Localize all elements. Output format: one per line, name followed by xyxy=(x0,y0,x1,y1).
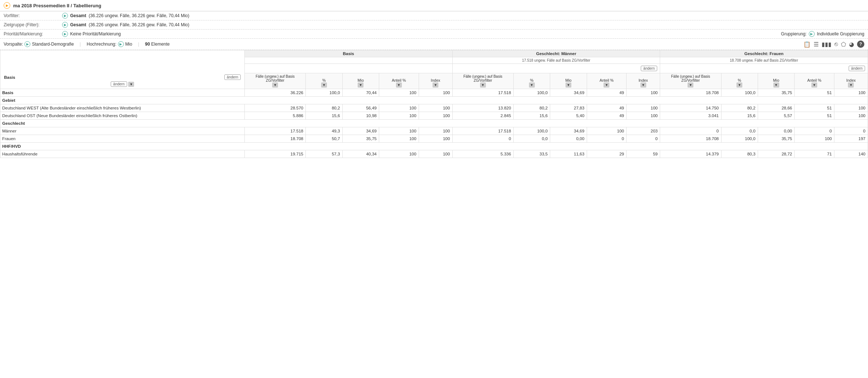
frauen-andern-button[interactable]: ändern xyxy=(849,66,865,71)
zielgruppe-value: Gesamt (36.226 ungew. Fälle, 36.226 gew.… xyxy=(70,22,189,27)
row-value-14: 100 xyxy=(834,112,868,120)
row-value-13: 100 xyxy=(795,135,834,143)
main-table: Basis ändern ändern ▼ Basis Geschlecht: … xyxy=(0,50,868,158)
vorspalte-circle-btn[interactable]: ▶ xyxy=(24,41,30,47)
row-value-5: 5.336 xyxy=(452,150,513,158)
col-basis-faelle: Fälle (ungew.) auf Basis ZG/Vorfilter ▼ xyxy=(245,73,306,89)
col-maenner-index: Index▼ xyxy=(627,73,660,89)
row-value-0: 5.886 xyxy=(245,112,306,120)
gruppierung-circle-btn[interactable]: ▶ xyxy=(809,31,815,37)
col-basis-index-arrow[interactable]: ▼ xyxy=(433,82,438,88)
col-frauen-anteil: Anteil %▼ xyxy=(795,73,834,89)
basis-andern-cell xyxy=(245,64,453,73)
row-value-14: 0 xyxy=(834,127,868,135)
col-basis-mio-arrow[interactable]: ▼ xyxy=(358,82,363,88)
row-value-10: 0 xyxy=(660,127,721,135)
row-value-12: 0,00 xyxy=(758,127,794,135)
zielgruppe-row: Zielgruppe (Filter): ▶ Gesamt (36.226 un… xyxy=(0,20,868,30)
col-maenner-pct-arrow[interactable]: ▼ xyxy=(529,82,535,88)
row-value-10: 14.750 xyxy=(660,104,721,112)
pie-icon[interactable]: ◕ xyxy=(849,41,854,48)
col-maenner-faelle: Fälle (ungew.) auf Basis ZG/Vorfilter ▼ xyxy=(452,73,513,89)
table-container: Basis ändern ändern ▼ Basis Geschlecht: … xyxy=(0,50,868,158)
header-circle-btn[interactable]: ▶ xyxy=(4,2,10,9)
row-value-4: 100 xyxy=(419,135,452,143)
col-frauen-mio: Mio▼ xyxy=(758,73,794,89)
row-value-13: 0 xyxy=(795,127,834,135)
row-value-11: 100,0 xyxy=(721,89,758,97)
row-value-4: 100 xyxy=(419,104,452,112)
prioritaet-label: Priorität/Markierung: xyxy=(4,31,62,36)
col-basis-anteil-arrow[interactable]: ▼ xyxy=(396,82,402,88)
row-value-0: 28.570 xyxy=(245,104,306,112)
basis-andern-btn[interactable]: ändern xyxy=(224,74,241,80)
row-value-4: 100 xyxy=(419,150,452,158)
row-value-2: 70,44 xyxy=(342,89,379,97)
col-maenner-faelle-arrow[interactable]: ▼ xyxy=(480,82,486,88)
col-maenner-anteil-arrow[interactable]: ▼ xyxy=(604,82,609,88)
maenner-andern-cell: ändern xyxy=(452,64,660,73)
vorfilter-row: Vorfilter: ▶ Gesamt (36.226 ungew. Fälle… xyxy=(0,11,868,20)
row-value-1: 80,2 xyxy=(306,104,342,112)
row-value-7: 34,69 xyxy=(550,89,587,97)
col-basis-pct-arrow[interactable]: ▼ xyxy=(321,82,327,88)
col-basis-faelle-arrow[interactable]: ▼ xyxy=(272,82,278,88)
pentagon-icon[interactable]: ⬠ xyxy=(841,41,846,48)
row-value-9: 59 xyxy=(627,150,660,158)
row-value-7: 34,69 xyxy=(550,127,587,135)
row-value-13: 71 xyxy=(795,150,834,158)
row-value-10: 14.379 xyxy=(660,150,721,158)
row-value-12: 5,57 xyxy=(758,112,794,120)
section-row: HHF/HVD xyxy=(0,143,868,150)
row-value-6: 80,2 xyxy=(513,104,550,112)
row-value-0: 17.518 xyxy=(245,127,306,135)
bar-chart-icon[interactable]: ▮▮▮ xyxy=(822,41,831,48)
col-frauen-faelle-arrow[interactable]: ▼ xyxy=(688,82,693,88)
col-maenner-mio-arrow[interactable]: ▼ xyxy=(566,82,571,88)
col-frauen-anteil-arrow[interactable]: ▼ xyxy=(811,82,817,88)
row-value-3: 100 xyxy=(379,135,419,143)
prioritaet-row: Priorität/Markierung: ▶ Keine Priorität/… xyxy=(0,30,868,39)
row-value-3: 100 xyxy=(379,89,419,97)
row-value-3: 100 xyxy=(379,112,419,120)
hochrechnung-circle-btn[interactable]: ▶ xyxy=(118,41,124,47)
row-label: Deutschland WEST (Alte Bundesländer eins… xyxy=(0,104,245,112)
row-value-5: 17.518 xyxy=(452,89,513,97)
section-row: Gebiet xyxy=(0,97,868,104)
frauen-group-header: Geschlecht: Frauen xyxy=(660,50,868,57)
line-chart-icon[interactable]: ⎋ xyxy=(834,41,838,47)
maenner-andern-button[interactable]: ändern xyxy=(641,66,657,71)
row-value-0: 36.226 xyxy=(245,89,306,97)
row-value-3: 100 xyxy=(379,104,419,112)
col-frauen-index-arrow[interactable]: ▼ xyxy=(848,82,854,88)
prioritaet-circle-btn[interactable]: ▶ xyxy=(62,31,68,37)
row-value-2: 34,69 xyxy=(342,127,379,135)
row-value-6: 100,0 xyxy=(513,127,550,135)
row-value-11: 80,3 xyxy=(721,150,758,158)
row-value-5: 2.845 xyxy=(452,112,513,120)
row-value-9: 0 xyxy=(627,135,660,143)
col-frauen-pct-arrow[interactable]: ▼ xyxy=(736,82,742,88)
copy-icon[interactable]: 📋 xyxy=(803,41,811,48)
row-value-14: 100 xyxy=(834,89,868,97)
hochrechnung-value: Mio xyxy=(125,42,132,47)
vorfilter-circle-btn[interactable]: ▶ xyxy=(62,13,68,19)
row-value-3: 100 xyxy=(379,150,419,158)
table-body: Basis36.226100,070,4410010017.518100,034… xyxy=(0,89,868,158)
toolbar-row: Vorspalte: ▶ Standard-Demografie | Hochr… xyxy=(0,39,868,50)
col-basis-index: Index▼ xyxy=(419,73,452,89)
row-value-9: 100 xyxy=(627,104,660,112)
row-value-5: 17.518 xyxy=(452,127,513,135)
left-dropdown-arrow[interactable]: ▼ xyxy=(128,82,134,87)
section-label: HHF/HVD xyxy=(0,143,868,150)
row-value-7: 27,83 xyxy=(550,104,587,112)
zielgruppe-circle-btn[interactable]: ▶ xyxy=(62,22,68,28)
help-icon[interactable]: ? xyxy=(857,40,864,48)
row-label: Frauen xyxy=(0,135,245,143)
col-frauen-mio-arrow[interactable]: ▼ xyxy=(773,82,779,88)
left-andern-btn[interactable]: ändern xyxy=(111,81,127,87)
col-basis-anteil: Anteil %▼ xyxy=(379,73,419,89)
col-frauen-index: Index▼ xyxy=(834,73,868,89)
col-maenner-index-arrow[interactable]: ▼ xyxy=(640,82,646,88)
filter-icon[interactable]: ☰ xyxy=(814,41,819,48)
